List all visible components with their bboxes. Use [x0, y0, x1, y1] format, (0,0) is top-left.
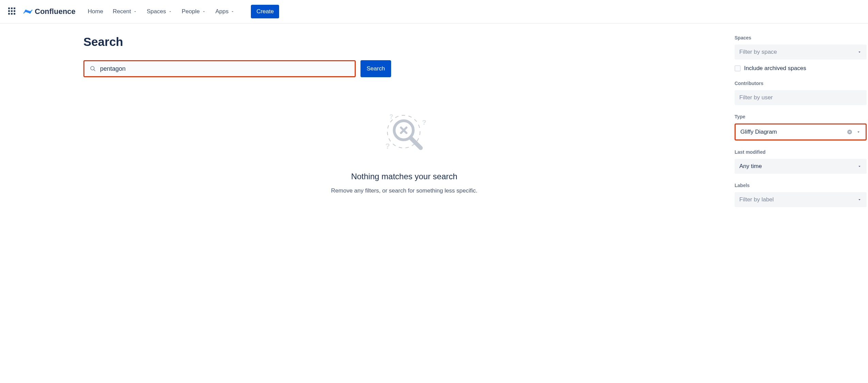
filter-type-value: Gliffy Diagram: [740, 129, 777, 135]
filter-last-modified: Last modified Any time: [735, 149, 867, 174]
svg-text:?: ?: [422, 119, 426, 126]
chevron-down-icon: [168, 10, 172, 14]
empty-subtitle: Remove any filters, or search for someth…: [83, 187, 725, 194]
content-area: Search Search ? ? ? Nothing matche: [0, 23, 868, 216]
filter-contributors-select[interactable]: Filter by user: [735, 90, 867, 105]
empty-title: Nothing matches your search: [83, 172, 725, 181]
main-column: Search Search ? ? ? Nothing matche: [0, 35, 725, 216]
search-input[interactable]: [100, 65, 349, 72]
chevron-down-icon: [856, 130, 861, 134]
search-input-wrapper[interactable]: [83, 60, 356, 77]
filter-labels-placeholder: Filter by label: [739, 196, 774, 203]
svg-line-1: [94, 69, 95, 71]
svg-point-0: [91, 66, 94, 70]
filter-spaces-placeholder: Filter by space: [739, 49, 777, 55]
filter-contributors-label: Contributors: [735, 81, 867, 86]
create-button[interactable]: Create: [251, 5, 279, 18]
chevron-down-icon: [857, 197, 862, 202]
filter-last-modified-select[interactable]: Any time: [735, 159, 867, 174]
nav-people[interactable]: People: [182, 8, 206, 15]
nav-apps[interactable]: Apps: [215, 8, 235, 15]
filter-type: Type Gliffy Diagram: [735, 114, 867, 140]
filter-labels-label: Labels: [735, 183, 867, 188]
chevron-down-icon: [857, 164, 862, 169]
search-row: Search: [83, 60, 725, 77]
chevron-down-icon: [230, 10, 235, 14]
include-archived-checkbox[interactable]: [735, 65, 741, 71]
confluence-logo[interactable]: Confluence: [23, 7, 76, 16]
filter-last-modified-label: Last modified: [735, 149, 867, 155]
app-switcher-icon[interactable]: [8, 7, 16, 16]
nav-home[interactable]: Home: [88, 8, 103, 15]
filter-labels: Labels Filter by label: [735, 183, 867, 207]
svg-text:?: ?: [385, 142, 390, 150]
svg-line-4: [411, 138, 421, 148]
product-name: Confluence: [35, 7, 76, 16]
empty-illustration: ? ? ?: [377, 108, 432, 159]
filter-contributors: Contributors Filter by user: [735, 81, 867, 105]
filter-labels-select[interactable]: Filter by label: [735, 192, 867, 207]
primary-nav: Home Recent Spaces People Apps Create: [88, 5, 279, 18]
include-archived-label: Include archived spaces: [744, 65, 806, 72]
confluence-icon: [23, 7, 33, 16]
chevron-down-icon: [857, 50, 862, 54]
search-button[interactable]: Search: [360, 60, 391, 77]
filter-spaces-label: Spaces: [735, 35, 867, 40]
clear-icon[interactable]: [847, 129, 853, 135]
filter-last-modified-value: Any time: [739, 163, 762, 170]
svg-text:?: ?: [389, 113, 393, 120]
filter-contributors-placeholder: Filter by user: [739, 94, 773, 101]
empty-state: ? ? ? Nothing matches your search Remove…: [83, 108, 725, 194]
filter-spaces: Spaces Filter by space Include archived …: [735, 35, 867, 72]
filter-type-select[interactable]: Gliffy Diagram: [735, 123, 867, 140]
filter-type-label: Type: [735, 114, 867, 119]
nav-recent[interactable]: Recent: [113, 8, 137, 15]
top-nav: Confluence Home Recent Spaces People App…: [0, 0, 868, 23]
page-title: Search: [83, 35, 725, 49]
search-icon: [90, 66, 96, 72]
filter-spaces-select[interactable]: Filter by space: [735, 45, 867, 60]
filters-sidebar: Spaces Filter by space Include archived …: [725, 35, 868, 216]
chevron-down-icon: [202, 10, 206, 14]
nav-spaces[interactable]: Spaces: [147, 8, 172, 15]
include-archived-row[interactable]: Include archived spaces: [735, 65, 867, 72]
chevron-down-icon: [133, 10, 137, 14]
